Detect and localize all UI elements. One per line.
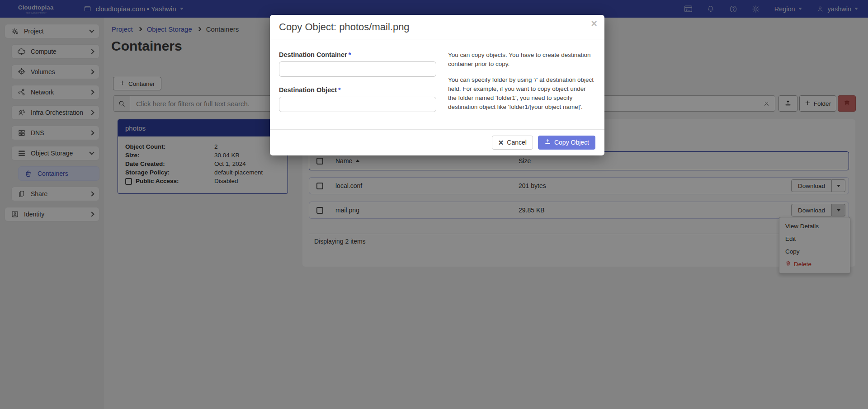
application-window: Cloudtopiaa Your Cloud Partner cloudtopi…	[0, 0, 868, 409]
help-paragraph: You can specify folder by using '/' at d…	[448, 75, 595, 112]
modal-title: Copy Object: photos/mail.png	[279, 21, 410, 33]
x-icon: ✕	[498, 139, 504, 146]
modal-close-x-icon[interactable]: ×	[591, 19, 597, 29]
cancel-label: Cancel	[507, 139, 527, 146]
required-marker: *	[338, 86, 341, 94]
modal-form-column: Destination Container* Destination Objec…	[279, 47, 436, 118]
destination-object-label: Destination Object*	[279, 86, 436, 94]
label-text: Destination Object	[279, 86, 337, 94]
modal-header: Copy Object: photos/mail.png ×	[270, 15, 604, 39]
copy-object-modal: Copy Object: photos/mail.png × Destinati…	[270, 15, 604, 155]
required-marker: *	[349, 51, 351, 58]
destination-container-input[interactable]	[279, 61, 436, 77]
copy-object-button[interactable]: Copy Object	[538, 136, 595, 150]
destination-container-label: Destination Container*	[279, 51, 436, 58]
upload-icon	[544, 138, 551, 146]
modal-help-column: You can copy objects. You have to create…	[448, 47, 595, 118]
modal-body: Destination Container* Destination Objec…	[270, 39, 604, 129]
label-text: Destination Container	[279, 51, 347, 58]
copy-object-label: Copy Object	[554, 139, 589, 146]
destination-object-input[interactable]	[279, 97, 436, 112]
modal-footer: ✕ Cancel Copy Object	[270, 129, 604, 155]
cancel-button[interactable]: ✕ Cancel	[492, 136, 533, 150]
help-paragraph: You can copy objects. You have to create…	[448, 51, 595, 69]
